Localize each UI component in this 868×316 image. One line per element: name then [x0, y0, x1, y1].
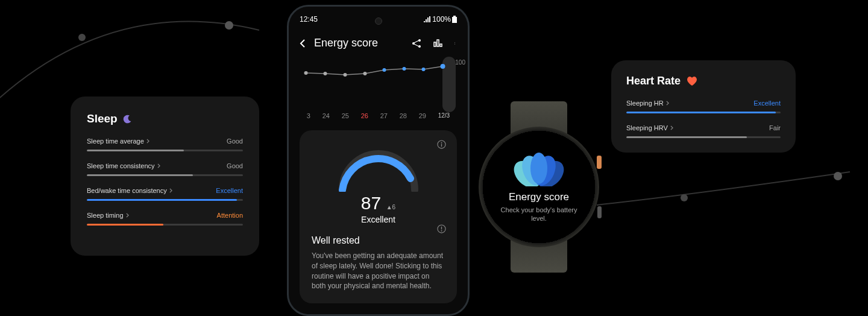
progress-bar — [87, 199, 243, 201]
metric-label: Sleeping HR — [626, 100, 669, 107]
progress-bar — [87, 224, 243, 226]
back-button[interactable] — [300, 39, 306, 48]
phone-header: Energy score — [300, 26, 457, 60]
svg-point-16 — [383, 68, 386, 72]
decoration-curve-right — [597, 169, 868, 229]
score-delta: ▲6 — [386, 204, 395, 210]
sleep-metric-2[interactable]: Bed/wake time consistency Excellent — [87, 187, 243, 201]
more-icon[interactable] — [454, 38, 457, 49]
svg-rect-24 — [441, 227, 442, 230]
score-value: 87 — [361, 193, 381, 213]
watch-subtitle: Check your body's battery level. — [497, 206, 581, 223]
watch-button — [597, 206, 602, 218]
score-gauge — [333, 145, 424, 192]
heart-rate-card: Heart Rate Sleeping HR Excellent Sleepin… — [611, 60, 796, 153]
phone-mockup: 12:45 100% Energy score 100 — [287, 5, 470, 316]
metric-value: Excellent — [216, 187, 243, 194]
chevron-right-icon — [670, 125, 673, 130]
metric-label: Sleep timing — [87, 212, 129, 219]
signal-icon — [424, 16, 431, 22]
score-card: 87 ▲6 Excellent Well rested You've been … — [300, 130, 457, 303]
sleep-metric-3[interactable]: Sleep timing Attention — [87, 212, 243, 226]
moon-icon — [122, 114, 133, 124]
sleep-metric-0[interactable]: Sleep time average Good — [87, 137, 243, 151]
rested-title: Well rested — [312, 235, 445, 246]
svg-point-3 — [834, 172, 842, 180]
date-item[interactable]: 25 — [342, 112, 349, 119]
hr-metric-1[interactable]: Sleeping HRV Fair — [626, 124, 781, 138]
svg-point-12 — [304, 71, 308, 75]
chevron-right-icon — [126, 213, 129, 218]
svg-point-15 — [363, 72, 367, 75]
progress-bar — [87, 174, 243, 176]
watch-mockup: Energy score Check your body's battery l… — [479, 101, 599, 273]
metric-label: Sleeping HRV — [626, 124, 673, 131]
svg-rect-5 — [452, 17, 457, 23]
sleep-header: Sleep — [87, 112, 243, 125]
svg-point-14 — [344, 73, 347, 77]
metric-value: Fair — [769, 124, 781, 131]
svg-point-18 — [422, 68, 426, 71]
hr-metric-0[interactable]: Sleeping HR Excellent — [626, 100, 781, 113]
date-item[interactable]: 26 — [361, 112, 368, 119]
svg-point-0 — [78, 34, 86, 41]
date-item[interactable]: 28 — [400, 112, 407, 119]
date-item[interactable]: 24 — [322, 112, 330, 119]
chart-icon[interactable] — [433, 38, 444, 49]
watch-face: Energy score Check your body's battery l… — [479, 127, 599, 247]
status-time: 12:45 — [300, 15, 318, 24]
date-axis: 3 24 25 26 27 28 29 12/3 — [300, 112, 457, 119]
metric-value: Attention — [217, 212, 243, 219]
score-label: Excellent — [361, 215, 395, 224]
date-item[interactable]: 12/3 — [438, 112, 450, 119]
chevron-right-icon — [169, 188, 172, 193]
svg-point-17 — [403, 67, 406, 71]
svg-point-13 — [324, 72, 327, 75]
heart-icon — [687, 77, 697, 86]
progress-bar — [626, 112, 781, 113]
hr-title: Heart Rate — [626, 75, 681, 87]
share-icon[interactable] — [411, 38, 422, 49]
sleep-title: Sleep — [87, 112, 118, 125]
camera-hole — [375, 17, 382, 25]
chart-line — [300, 60, 457, 109]
chevron-right-icon — [666, 101, 669, 106]
svg-point-30 — [530, 153, 547, 184]
watch-crown — [597, 156, 602, 169]
energy-chart[interactable]: 100 — [300, 60, 457, 109]
metric-label: Sleep time average — [87, 137, 149, 145]
metric-value: Good — [227, 162, 243, 169]
sleep-metric-1[interactable]: Sleep time consistency Good — [87, 162, 243, 176]
svg-point-11 — [454, 44, 455, 45]
sleep-card: Sleep Sleep time average Good Sleep time… — [71, 96, 259, 256]
page-title: Energy score — [314, 37, 403, 49]
metric-value: Good — [227, 137, 243, 145]
hr-header: Heart Rate — [626, 75, 781, 87]
metric-label: Bed/wake time consistency — [87, 187, 172, 194]
info-icon[interactable] — [437, 140, 446, 149]
svg-point-25 — [441, 230, 442, 232]
date-item[interactable]: 3 — [307, 112, 310, 119]
svg-point-1 — [225, 21, 233, 30]
energy-petals-icon — [512, 151, 566, 186]
chevron-right-icon — [146, 139, 149, 144]
rested-text: You've been getting an adequate amount o… — [312, 251, 445, 291]
svg-rect-4 — [453, 16, 456, 17]
svg-point-2 — [681, 194, 688, 201]
status-right: 100% — [424, 15, 457, 24]
svg-point-10 — [454, 43, 455, 43]
svg-point-19 — [441, 64, 445, 69]
watch-title: Energy score — [509, 191, 569, 203]
metric-value: Excellent — [753, 100, 781, 107]
svg-rect-22 — [441, 144, 442, 147]
alert-icon[interactable] — [437, 224, 446, 233]
chevron-right-icon — [157, 163, 160, 168]
metric-label: Sleep time consistency — [87, 162, 160, 169]
progress-bar — [626, 136, 781, 138]
svg-point-21 — [441, 142, 442, 144]
date-item[interactable]: 27 — [380, 112, 388, 119]
battery-icon — [452, 16, 457, 23]
svg-point-9 — [454, 42, 455, 43]
progress-bar — [87, 150, 243, 151]
date-item[interactable]: 29 — [419, 112, 426, 119]
